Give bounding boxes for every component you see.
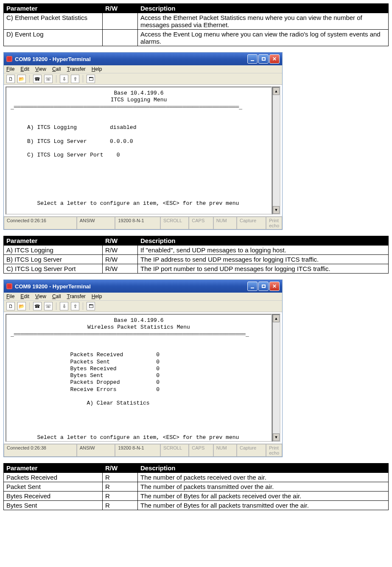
cell-param: D) Event Log — [4, 30, 103, 46]
send-icon[interactable]: ⇩ — [60, 302, 68, 310]
separator — [56, 75, 56, 83]
scroll-down-icon[interactable]: ▼ — [273, 206, 280, 214]
new-icon[interactable]: 🗋 — [6, 302, 15, 310]
cell-rw: R — [103, 501, 138, 510]
scrollbar[interactable]: ▲ ▼ — [272, 314, 280, 442]
separator — [83, 302, 83, 310]
status-caps: CAPS — [189, 217, 213, 229]
cell-desc: Access the Event Log menu where you can … — [138, 30, 389, 46]
term-header2: Wireless Packet Statistics Menu — [87, 324, 190, 330]
minimize-button[interactable] — [247, 54, 258, 64]
table-row: Packet Sent R The number of packets tran… — [4, 482, 389, 492]
disconnect-icon[interactable]: ☏ — [44, 302, 53, 310]
th-param: Parameter — [4, 236, 103, 246]
stat-row: Packets Sent 0 — [70, 359, 160, 365]
menu-view[interactable]: View — [35, 66, 46, 72]
cell-desc: The number of packets received over the … — [138, 473, 389, 482]
terminal-output[interactable]: Base 10.4.199.6 Wireless Packet Statisti… — [6, 314, 272, 442]
cell-desc: Access the Ethernet Packet Statistics me… — [138, 13, 389, 30]
menu-view[interactable]: View — [35, 293, 46, 299]
menu-call[interactable]: Call — [52, 293, 61, 299]
table-row: C) Ethernet Packet Statistics Access the… — [4, 13, 389, 30]
menu-help[interactable]: Help — [92, 293, 102, 299]
cell-rw — [103, 13, 138, 30]
menu-edit[interactable]: Edit — [20, 293, 29, 299]
menu-transfer[interactable]: Transfer — [67, 293, 86, 299]
menu-help[interactable]: Help — [92, 66, 102, 72]
separator — [29, 302, 30, 310]
menubar: File Edit View Call Transfer Help — [4, 293, 282, 301]
term-hr: _═══════════════════════════════════════… — [11, 104, 267, 111]
status-conn: Connected 0:26:16 — [4, 217, 77, 229]
separator — [83, 75, 83, 83]
cell-desc: If "enabled", send UDP messages to a log… — [138, 246, 389, 255]
scroll-down-icon[interactable]: ▼ — [273, 433, 280, 441]
status-capture: Capture — [237, 217, 266, 229]
cell-desc: The number of Bytes for all packets rece… — [138, 492, 389, 501]
th-param: Parameter — [4, 464, 103, 473]
titlebar[interactable]: COM9 19200 - HyperTerminal — [4, 53, 282, 65]
table-row: Packets Received R The number of packets… — [4, 473, 389, 482]
term-header1: Base 10.4.199.6 — [114, 90, 163, 96]
status-echo: Print echo — [266, 444, 282, 457]
send-icon[interactable]: ⇩ — [60, 75, 68, 83]
table-row: D) Event Log Access the Event Log menu w… — [4, 30, 389, 46]
hyperterminal-window-1: COM9 19200 - HyperTerminal File Edit Vie… — [3, 52, 283, 230]
menu-file[interactable]: File — [6, 66, 14, 72]
param-table-3: Parameter R/W Description Packets Receiv… — [3, 463, 389, 510]
menu-edit[interactable]: Edit — [20, 66, 29, 72]
param-table-2: Parameter R/W Description A) ITCS Loggin… — [3, 236, 389, 274]
cell-desc: The number of packets transmitted over t… — [138, 482, 389, 492]
close-button[interactable] — [269, 282, 280, 291]
toolbar: 🗋 📂 ☎ ☏ ⇩ ⇧ 🗔 — [4, 73, 282, 85]
minimize-button[interactable] — [247, 282, 258, 291]
scroll-up-icon[interactable]: ▲ — [273, 87, 280, 95]
stat-row: Packets Received 0 — [70, 352, 160, 358]
term-item-c: C) ITCS Log Server Port 0 — [27, 152, 120, 158]
cell-param: Bytes Sent — [4, 501, 103, 510]
status-scroll: SCROLL — [160, 217, 189, 229]
scrollbar[interactable]: ▲ ▼ — [272, 87, 280, 215]
receive-icon[interactable]: ⇧ — [71, 75, 79, 83]
terminal-output[interactable]: Base 10.4.199.6 ITCS Logging Menu_══════… — [6, 87, 272, 215]
status-scroll: SCROLL — [160, 444, 189, 457]
window-title: COM9 19200 - HyperTerminal — [15, 283, 91, 290]
menu-transfer[interactable]: Transfer — [67, 66, 86, 72]
maximize-button[interactable] — [258, 54, 269, 64]
close-button[interactable] — [269, 54, 280, 64]
term-item-a: A) ITCS Logging disabled — [27, 124, 136, 131]
cell-rw — [103, 30, 138, 46]
properties-icon[interactable]: 🗔 — [87, 302, 95, 310]
th-rw: R/W — [103, 236, 138, 246]
connect-icon[interactable]: ☎ — [33, 75, 42, 83]
scroll-up-icon[interactable]: ▲ — [273, 315, 280, 322]
status-conn: Connected 0:26:38 — [4, 444, 77, 457]
th-desc: Description — [138, 464, 389, 473]
menu-call[interactable]: Call — [52, 66, 61, 72]
cell-param: C) Ethernet Packet Statistics — [4, 13, 103, 30]
status-emu: ANSIW — [77, 217, 115, 229]
cell-desc: The IP port number to send UDP messages … — [138, 264, 389, 274]
param-table-1: Parameter R/W Description C) Ethernet Pa… — [3, 3, 389, 46]
titlebar[interactable]: COM9 19200 - HyperTerminal — [4, 280, 282, 293]
new-icon[interactable]: 🗋 — [6, 75, 15, 83]
receive-icon[interactable]: ⇧ — [71, 302, 79, 310]
open-icon[interactable]: 📂 — [17, 75, 26, 83]
statusbar: Connected 0:26:38 ANSIW 19200 8-N-1 SCRO… — [4, 444, 282, 457]
status-num: NUM — [213, 217, 237, 229]
cell-rw: R — [103, 482, 138, 492]
cell-rw: R/W — [103, 264, 138, 274]
disconnect-icon[interactable]: ☏ — [44, 75, 53, 83]
cell-rw: R/W — [103, 246, 138, 255]
connect-icon[interactable]: ☎ — [33, 302, 42, 310]
status-echo: Print echo — [266, 217, 282, 229]
term-option: A) Clear Statistics — [87, 400, 149, 406]
maximize-button[interactable] — [258, 282, 269, 291]
th-rw: R/W — [103, 4, 138, 13]
menu-file[interactable]: File — [6, 293, 14, 299]
term-footer: Select a letter to configure an item, <E… — [37, 200, 239, 207]
th-param: Parameter — [4, 4, 103, 13]
open-icon[interactable]: 📂 — [17, 302, 26, 310]
properties-icon[interactable]: 🗔 — [87, 75, 95, 83]
cell-param: Packets Received — [4, 473, 103, 482]
